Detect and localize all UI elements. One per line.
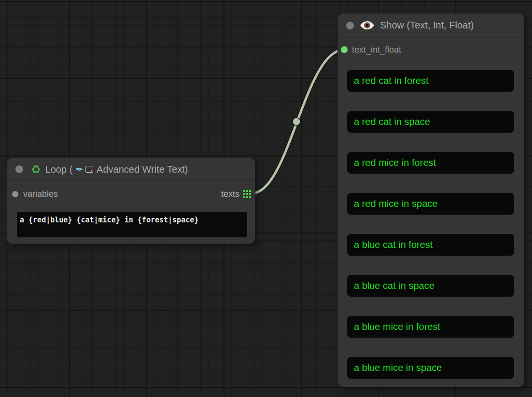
text-int-float-port-label: text_int_float bbox=[352, 45, 401, 55]
show-output-list: a red cat in forest a red cat in space a… bbox=[347, 70, 514, 379]
text-pattern-input[interactable]: a {red|blue} {cat|mice} in {forest|space… bbox=[17, 212, 247, 237]
show-node-title: Show (Text, Int, Float) bbox=[380, 20, 474, 31]
recycle-icon: ♻ bbox=[31, 163, 41, 176]
output-text-row: a red cat in forest bbox=[347, 70, 514, 92]
text-int-float-port-dot[interactable] bbox=[341, 46, 348, 53]
output-text-row: a blue mice in space bbox=[347, 357, 514, 379]
loop-node-header[interactable]: ♻ Loop ( ✒ Advanced Write Text) bbox=[7, 158, 255, 181]
list-grid-icon[interactable] bbox=[243, 190, 251, 198]
show-text-int-float-node[interactable]: Show (Text, Int, Float) text_int_float a… bbox=[338, 14, 524, 387]
output-text-row: a blue cat in space bbox=[347, 275, 514, 297]
loop-advanced-write-text-node[interactable]: ♻ Loop ( ✒ Advanced Write Text) variable… bbox=[7, 158, 255, 244]
output-text-row: a red cat in space bbox=[347, 111, 514, 133]
loop-io-row: variables texts bbox=[7, 188, 255, 200]
output-text-row: a blue cat in forest bbox=[347, 234, 514, 256]
text-int-float-input-port[interactable]: text_int_float bbox=[338, 43, 524, 56]
texts-port-label: texts bbox=[221, 189, 239, 199]
loop-node-title-suffix: Advanced Write Text) bbox=[97, 164, 188, 175]
loop-node-title-prefix: Loop ( bbox=[45, 164, 73, 175]
output-text-row: a blue mice in forest bbox=[347, 316, 514, 338]
variables-input-port[interactable]: variables bbox=[12, 189, 58, 199]
collapse-dot[interactable] bbox=[346, 22, 354, 29]
pen-icon: ✒ bbox=[75, 164, 84, 175]
output-text-row: a red mice in forest bbox=[347, 152, 514, 174]
textbox-icon bbox=[85, 166, 93, 173]
show-node-header[interactable]: Show (Text, Int, Float) bbox=[338, 14, 524, 38]
eye-icon bbox=[360, 21, 374, 30]
variables-port-dot[interactable] bbox=[12, 191, 18, 197]
variables-port-label: variables bbox=[23, 189, 58, 199]
collapse-dot[interactable] bbox=[15, 165, 23, 173]
texts-output-port[interactable]: texts bbox=[221, 189, 251, 199]
output-text-row: a red mice in space bbox=[347, 193, 514, 215]
